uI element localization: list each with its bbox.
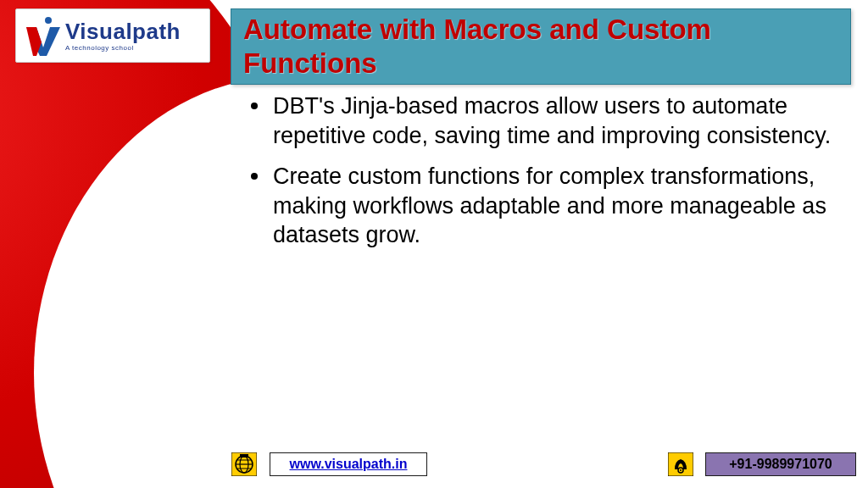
logo-brand-text: Visualpath [65,20,181,42]
bullet-dot-icon [251,173,258,180]
bullet-item: DBT's Jinja-based macros allow users to … [246,92,839,150]
logo-icon [25,15,62,56]
phone-number: +91-9989971070 [729,457,832,472]
svg-point-10 [680,469,682,471]
svg-point-0 [45,17,52,24]
website-url: www.visualpath.in [290,457,408,472]
bullet-dot-icon [251,103,258,109]
phone-number-box[interactable]: +91-9989971070 [705,452,856,476]
bullet-text: DBT's Jinja-based macros allow users to … [273,92,839,150]
svg-rect-7 [240,454,248,458]
globe-icon [231,452,257,476]
phone-icon [668,452,693,476]
logo-card: Visualpath A technology school [15,8,210,63]
bullet-item: Create custom functions for complex tran… [246,162,839,250]
website-url-box[interactable]: www.visualpath.in [270,452,427,476]
bullet-text: Create custom functions for complex tran… [273,162,839,250]
slide-content: DBT's Jinja-based macros allow users to … [246,92,839,262]
slide-title-box: Automate with Macros and Custom Function… [231,8,851,85]
slide-title: Automate with Macros and Custom Function… [243,13,838,80]
logo-tagline: A technology school [65,44,181,52]
